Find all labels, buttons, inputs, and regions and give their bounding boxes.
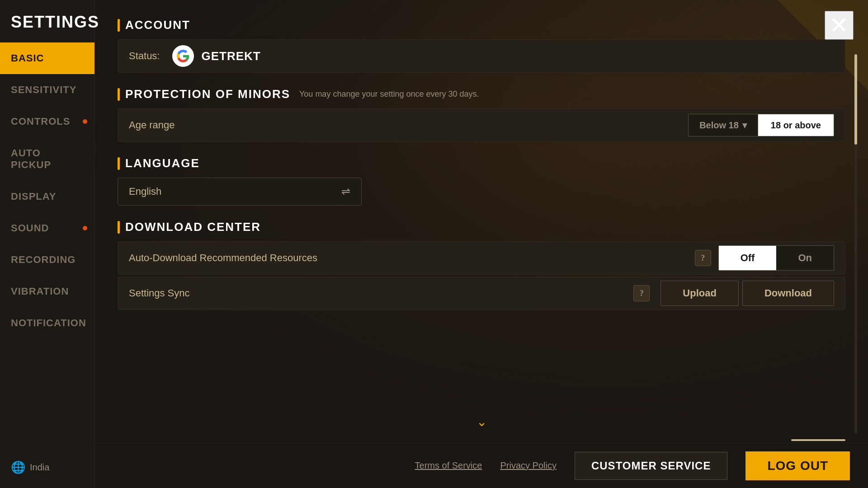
protection-section-title: PROTECTION OF MINORS	[125, 87, 290, 101]
sidebar-item-basic[interactable]: BASIC	[0, 42, 94, 74]
chevron-down-icon: ⌄	[476, 415, 487, 429]
close-button[interactable]: ✕	[825, 11, 854, 40]
status-row: Status: GETREKT	[129, 40, 834, 72]
language-section: LANGUAGE English ⇌	[118, 156, 845, 206]
sidebar-item-recording[interactable]: RECORDING	[0, 244, 94, 276]
download-center-header: DOWNLOAD CENTER	[118, 220, 845, 234]
main-content: ACCOUNT Status: GETREKT PROTECTION	[95, 0, 868, 488]
region-indicator: 🌐 India	[11, 460, 49, 474]
language-current: English	[129, 186, 161, 197]
chevron-down-icon: ▾	[742, 120, 747, 131]
scroll-line	[791, 439, 845, 441]
off-button[interactable]: Off	[719, 246, 777, 270]
scrollbar-thumb[interactable]	[854, 54, 857, 145]
scrollbar-track[interactable]	[854, 54, 857, 434]
logout-button[interactable]: LOG OUT	[745, 451, 850, 480]
upload-button[interactable]: Upload	[660, 281, 739, 306]
sync-buttons: Upload Download	[657, 281, 834, 306]
customer-service-button[interactable]: CUSTOMER SERVICE	[575, 452, 728, 480]
auto-download-card: Auto-Download Recommended Resources ? Of…	[118, 241, 845, 275]
help-icon[interactable]: ?	[695, 250, 711, 266]
terms-of-service-link[interactable]: Terms of Service	[415, 460, 482, 471]
age-range-row: Age range Below 18 ▾ 18 or above	[129, 109, 834, 141]
protection-section-header: PROTECTION OF MINORS You may change your…	[118, 87, 845, 101]
settings-title: SETTINGS	[0, 0, 94, 42]
sidebar-item-label: VIBRATION	[11, 286, 69, 297]
sidebar: SETTINGS BASIC SENSITIVITY CONTROLS AUTO…	[0, 0, 95, 488]
section-bar-icon	[118, 88, 120, 101]
language-section-title: LANGUAGE	[125, 156, 200, 170]
age-range-label: Age range	[129, 119, 175, 131]
download-button[interactable]: Download	[742, 281, 834, 306]
download-center-section: DOWNLOAD CENTER Auto-Download Recommende…	[118, 220, 845, 310]
account-section: ACCOUNT Status: GETREKT	[118, 18, 845, 73]
above-18-button[interactable]: 18 or above	[758, 114, 834, 136]
status-label: Status:	[129, 50, 160, 62]
sidebar-item-label: BASIC	[11, 52, 44, 64]
settings-sync-controls: ? Upload Download	[633, 281, 834, 306]
sidebar-item-label: RECORDING	[11, 254, 75, 266]
settings-sync-card: Settings Sync ? Upload Download	[118, 277, 845, 310]
sidebar-item-controls[interactable]: CONTROLS	[0, 106, 94, 137]
help-icon[interactable]: ?	[633, 285, 650, 301]
sidebar-item-label: CONTROLS	[11, 116, 70, 127]
on-off-toggle: Off On	[718, 245, 834, 271]
sidebar-item-sensitivity[interactable]: SENSITIVITY	[0, 74, 94, 106]
scroll-indicator: ⌄	[476, 414, 487, 429]
bottom-links: Terms of Service Privacy Policy	[415, 460, 557, 471]
auto-download-controls: ? Off On	[695, 245, 834, 271]
account-section-title: ACCOUNT	[125, 18, 190, 32]
settings-sync-row: Settings Sync ? Upload Download	[129, 277, 834, 310]
section-bar-icon	[118, 221, 120, 234]
sidebar-item-label: DISPLAY	[11, 191, 56, 202]
sidebar-item-auto-pickup[interactable]: AUTO PICKUP	[0, 137, 94, 181]
account-card: Status: GETREKT	[118, 39, 845, 73]
sidebar-item-notification[interactable]: NOTIFICATION	[0, 307, 94, 339]
on-button[interactable]: On	[776, 246, 834, 270]
sidebar-item-label: SOUND	[11, 222, 49, 234]
notification-dot	[83, 226, 87, 230]
download-center-title: DOWNLOAD CENTER	[125, 220, 261, 234]
sidebar-item-vibration[interactable]: VIBRATION	[0, 276, 94, 307]
swap-icon: ⇌	[341, 185, 350, 198]
sidebar-item-sound[interactable]: SOUND	[0, 212, 94, 244]
close-icon: ✕	[829, 14, 849, 37]
age-range-card: Age range Below 18 ▾ 18 or above	[118, 108, 845, 142]
account-section-header: ACCOUNT	[118, 18, 845, 32]
auto-download-label: Auto-Download Recommended Resources	[129, 252, 317, 264]
sidebar-item-label: NOTIFICATION	[11, 317, 86, 329]
privacy-policy-link[interactable]: Privacy Policy	[500, 460, 556, 471]
protection-subtitle: You may change your setting once every 3…	[299, 89, 479, 99]
auto-download-row: Auto-Download Recommended Resources ? Of…	[129, 242, 834, 274]
below-18-button[interactable]: Below 18 ▾	[689, 114, 758, 136]
section-bar-icon	[118, 157, 120, 170]
sidebar-item-label: AUTO PICKUP	[11, 147, 84, 171]
protection-section: PROTECTION OF MINORS You may change your…	[118, 87, 845, 142]
section-bar-icon	[118, 19, 120, 32]
notification-dot	[83, 119, 87, 124]
language-dropdown[interactable]: English ⇌	[118, 178, 362, 206]
region-text: India	[30, 462, 49, 473]
google-icon	[172, 45, 194, 67]
sidebar-item-label: SENSITIVITY	[11, 84, 76, 96]
age-toggle: Below 18 ▾ 18 or above	[688, 114, 834, 136]
language-section-header: LANGUAGE	[118, 156, 845, 170]
username-text: GETREKT	[201, 49, 260, 63]
settings-sync-label: Settings Sync	[129, 287, 190, 299]
globe-icon: 🌐	[11, 460, 25, 474]
sidebar-item-display[interactable]: DISPLAY	[0, 181, 94, 212]
bottom-bar: Terms of Service Privacy Policy CUSTOMER…	[95, 443, 868, 488]
